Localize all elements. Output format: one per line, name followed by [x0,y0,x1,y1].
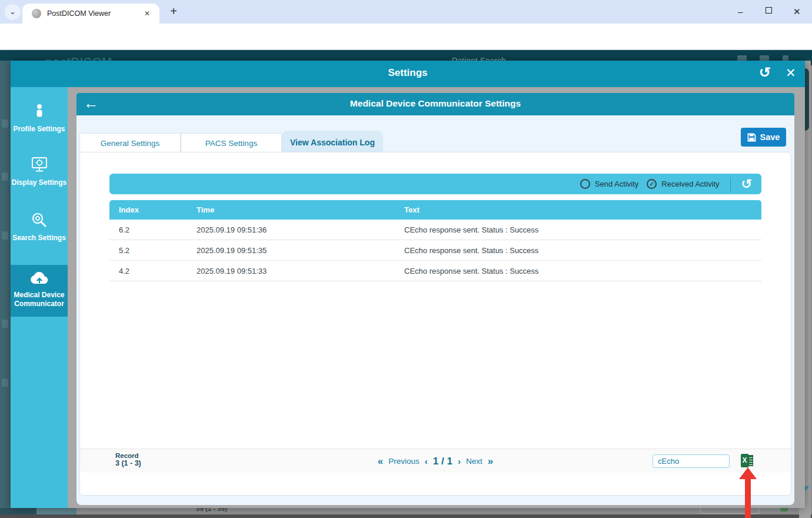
window-maximize-button[interactable] [766,6,772,15]
radio-icon: ✓ [580,179,590,189]
send-activity-radio[interactable]: ✓ Send Activity [580,179,638,189]
log-refresh-icon[interactable]: ↺ [741,178,752,191]
save-button[interactable]: Save [741,128,786,147]
tab-pacs-settings[interactable]: PACS Settings [181,133,282,154]
column-header-index: Index [109,205,187,214]
page-left-rail [0,61,11,518]
mdc-settings-panel: ← Medical Device Communicator Settings G… [76,93,794,505]
rail-icon [2,172,8,181]
activity-toolbar: ✓ Send Activity ✓ Received Activity ↺ [109,174,761,194]
sidebar-item-label: Display Settings [11,178,68,187]
tab-view-association-log[interactable]: View Association Log [282,131,383,154]
cloud-icon [29,272,49,285]
excel-grid-glyph [748,455,753,466]
page-indicator: 1 / 1 [433,456,452,467]
cell-time: 2025.09.19 09:51:36 [187,225,395,234]
sidebar-item-profile-settings[interactable]: Profile Settings [11,104,68,134]
mdc-panel-title: Medical Device Communicator Settings [76,98,794,109]
cell-index: 5.2 [109,246,187,255]
first-page-icon[interactable]: « [378,456,383,467]
table-row[interactable]: 6.2 2025.09.19 09:51:36 CEcho response s… [109,220,761,240]
cell-time: 2025.09.19 09:51:33 [187,267,395,275]
save-icon [747,133,756,142]
table-row[interactable]: 4.2 2025.09.19 09:51:33 CEcho response s… [109,261,761,281]
cell-text: CEcho response sent. Status : Success [395,225,761,234]
association-log-card: ✓ Send Activity ✓ Received Activity ↺ In… [79,152,791,496]
mdc-panel-header: ← Medical Device Communicator Settings [76,93,794,115]
radio-checked-icon: ✓ [647,179,657,189]
next-button[interactable]: Next [466,457,482,466]
column-header-time: Time [187,205,395,214]
window-minimize-button[interactable]: – [738,6,743,16]
tab-title: PostDICOM Viewer [47,9,141,18]
rail-icon [2,378,8,387]
sidebar-item-search-settings[interactable]: Search Settings [11,212,68,243]
excel-x-glyph: X [741,454,748,467]
settings-sidebar: Profile Settings Display Settings [11,87,68,508]
send-activity-label: Send Activity [595,180,638,188]
display-gear-icon [31,157,48,172]
tab-search-chevron-icon[interactable]: ⌄ [5,4,21,20]
cell-text: CEcho response sent. Status : Success [395,267,761,275]
tab-close-icon[interactable]: ✕ [141,8,154,19]
favicon-icon [32,9,41,18]
export-excel-icon[interactable]: X [741,454,753,467]
settings-close-icon[interactable]: ✕ [786,66,796,80]
table-row[interactable]: 5.2 2025.09.19 09:51:35 CEcho response s… [109,240,761,261]
tab-general-settings[interactable]: General Settings [79,133,181,154]
save-label: Save [760,132,780,142]
sidebar-item-display-settings[interactable]: Display Settings [11,157,68,187]
settings-title: Settings [11,67,805,79]
person-icon [33,104,46,119]
sidebar-item-label: Medical Device Communicator [11,291,68,308]
dim-bottom-bar [0,514,812,518]
cell-index: 4.2 [109,267,187,275]
cell-index: 6.2 [109,225,187,234]
association-log-table: Index Time Text 6.2 2025.09.19 09:51:36 … [109,200,761,281]
filter-input[interactable] [653,454,730,468]
next-page-icon[interactable]: › [458,456,461,466]
last-page-icon[interactable]: » [488,456,493,467]
new-tab-button[interactable]: + [167,5,181,18]
rail-icon [2,231,8,240]
settings-modal-header: Settings ↺ ✕ [11,61,805,87]
toolbar-divider [730,177,731,191]
annotation-arrow-head [739,467,757,479]
screen: ⌄ PostDICOM Viewer ✕ + – ✕ ← → ↻ germany… [0,0,812,518]
rail-icon [2,320,8,328]
browser-toolbar: ← → ↻ germany.postdicom.com/Viewer/Main … [0,24,812,50]
previous-button[interactable]: Previous [388,457,420,466]
settings-modal: Settings ↺ ✕ Profile Settings [11,61,805,508]
prev-page-icon[interactable]: ‹ [425,456,428,466]
browser-tab[interactable]: PostDICOM Viewer ✕ [22,4,159,24]
annotation-arrow [745,478,751,518]
maximize-icon [766,7,772,14]
window-close-button[interactable]: ✕ [793,6,801,17]
column-header-text: Text [395,205,761,214]
cell-time: 2025.09.19 09:51:35 [187,246,395,255]
cell-text: CEcho response sent. Status : Success [395,246,761,255]
sidebar-item-label: Profile Settings [11,125,68,134]
table-footer: Record 3 (1 - 3) « Previous ‹ 1 / 1 › Ne… [80,449,791,473]
page-left-rail-top [0,50,11,61]
table-header-row: Index Time Text [109,200,761,220]
received-activity-label: Received Activity [661,180,719,188]
sidebar-item-medical-device-communicator[interactable]: Medical Device Communicator [11,265,68,317]
sidebar-item-label: Search Settings [11,234,68,243]
settings-refresh-icon[interactable]: ↺ [759,64,771,81]
rail-icon [2,119,8,128]
search-gear-icon [31,212,47,228]
received-activity-radio[interactable]: ✓ Received Activity [647,179,719,189]
browser-tab-strip: ⌄ PostDICOM Viewer ✕ + – ✕ [0,0,812,24]
